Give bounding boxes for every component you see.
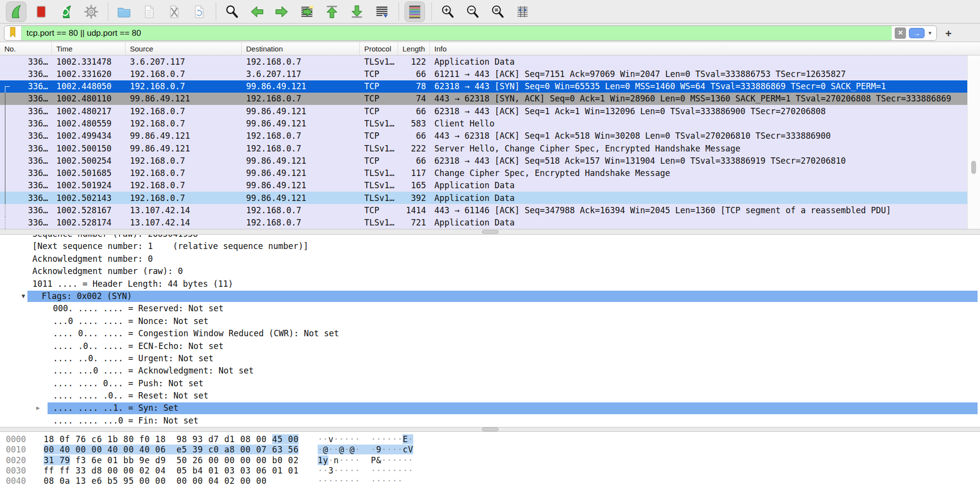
detail-line[interactable]: 1011 .... = Header Length: 44 bytes (11) <box>0 278 980 290</box>
column-header-destination[interactable]: Destination <box>242 42 360 55</box>
detail-line[interactable]: 000. .... .... = Reserved: Not set <box>0 302 980 315</box>
packet-cell-source: 192.168.0.7 <box>126 180 242 190</box>
filter-dropdown-caret-icon[interactable]: ▼ <box>928 30 932 36</box>
packet-row[interactable]: 336…1002.502143192.168.0.799.86.49.121TL… <box>0 192 967 204</box>
detail-line[interactable]: .... .... 0... = Push: Not set <box>0 377 980 390</box>
detail-selection-highlight <box>27 291 978 302</box>
packet-row[interactable]: 336…1002.480217192.168.0.799.86.49.121TC… <box>0 105 967 117</box>
packet-row[interactable]: 336…1002.331620192.168.0.73.6.207.117TCP… <box>0 68 967 80</box>
packet-row[interactable]: 336…1002.50015099.86.49.121192.168.0.7TL… <box>0 142 967 154</box>
zoom-in-icon <box>440 4 455 19</box>
packet-row[interactable]: 336…1002.49943499.86.49.121192.168.0.7TC… <box>0 130 967 142</box>
open-file-button[interactable] <box>114 1 134 22</box>
hex-row[interactable]: 000018 0f 76 c6 1b 80 f0 18 98 93 d7 d1 … <box>0 434 980 445</box>
find-packet-button[interactable] <box>222 1 242 22</box>
packet-cell-length: 583 <box>398 119 430 128</box>
packet-row[interactable]: 336…1002.501685192.168.0.799.86.49.121TL… <box>0 167 967 179</box>
filter-clear-button[interactable]: × <box>895 27 906 39</box>
go-forward-button[interactable] <box>272 1 292 22</box>
packet-cell-time: 1002.528167 <box>52 205 126 215</box>
packet-row[interactable]: 336…1002.501924192.168.0.799.86.49.121TL… <box>0 179 967 192</box>
filter-bookmark-button[interactable] <box>4 26 22 40</box>
packet-cell-source: 192.168.0.7 <box>126 69 242 79</box>
scrollbar-thumb[interactable] <box>971 161 976 174</box>
packet-cell-protocol: TCP <box>360 131 398 141</box>
detail-line[interactable]: .... ...0 .... = Acknowledgment: Not set <box>0 365 980 377</box>
hex-row[interactable]: 002031 79 f3 6e 01 bb 9e d9 50 26 00 00 … <box>0 455 980 466</box>
shark-fin-icon <box>9 4 24 19</box>
packet-row[interactable]: 336…1002.52817413.107.42.14192.168.0.7TL… <box>0 217 967 229</box>
packet-cell-time: 1002.528174 <box>52 218 126 227</box>
packet-cell-length: 222 <box>398 144 430 153</box>
packet-cell-length: 1414 <box>398 205 430 215</box>
packet-row[interactable]: 336…1002.52816713.107.42.14192.168.0.7TC… <box>0 204 967 216</box>
detail-line[interactable]: [Next sequence number: 1 (relative seque… <box>0 240 980 252</box>
filter-add-button[interactable]: + <box>945 27 952 40</box>
detail-line[interactable]: Sequence number (raw): 2665041958 <box>0 235 980 240</box>
packet-row[interactable]: 336…1002.48011099.86.49.121192.168.0.7TC… <box>0 93 967 105</box>
detail-line[interactable]: ▼Flags: 0x002 (SYN) <box>0 290 980 302</box>
reload-file-button[interactable] <box>189 1 209 22</box>
save-file-button[interactable] <box>139 1 159 22</box>
stop-icon <box>34 4 49 19</box>
detail-line[interactable]: Acknowledgment number: 0 <box>0 253 980 265</box>
resize-columns-button[interactable] <box>512 1 533 22</box>
packet-row[interactable]: 336…1002.448050192.168.0.799.86.49.121TC… <box>0 80 967 93</box>
hex-row[interactable]: 0030ff ff 33 d8 00 00 02 04 05 b4 01 03 … <box>0 466 980 476</box>
detail-line[interactable]: ▶.... .... ..1. = Syn: Set <box>0 402 980 414</box>
colorize-button[interactable] <box>404 1 425 22</box>
pane-splitter-top[interactable] <box>0 229 980 235</box>
column-header-source[interactable]: Source <box>126 42 242 55</box>
column-header-no[interactable]: No. <box>0 42 52 55</box>
detail-line[interactable]: Acknowledgment number (raw): 0 <box>0 265 980 277</box>
zoom-out-button[interactable] <box>462 1 483 22</box>
packet-cell-source: 192.168.0.7 <box>126 106 242 116</box>
zoom-reset-button[interactable] <box>487 1 508 22</box>
hex-bytes: 31 79 f3 6e 01 bb 9e d9 50 26 00 00 00 0… <box>44 455 299 466</box>
detail-line[interactable]: .... .0.. .... = ECN-Echo: Not set <box>0 340 980 352</box>
column-header-info[interactable]: Info <box>430 42 980 55</box>
hex-bytes: 00 40 00 00 40 00 40 06 e5 39 c0 a8 00 0… <box>44 445 299 455</box>
close-file-button[interactable] <box>164 1 184 22</box>
detail-line[interactable]: ...0 .... .... = Nonce: Not set <box>0 315 980 327</box>
packet-cell-time: 1002.331620 <box>52 69 126 79</box>
packet-list-scrollbar[interactable] <box>967 55 980 229</box>
packet-row[interactable]: 336…1002.3314783.6.207.117192.168.0.7TLS… <box>0 55 967 68</box>
packet-row[interactable]: 336…1002.480559192.168.0.799.86.49.121TL… <box>0 117 967 129</box>
column-header-protocol[interactable]: Protocol <box>360 42 398 55</box>
hex-bytes: 08 0a 13 e6 b5 95 00 00 00 00 04 02 00 0… <box>44 476 267 486</box>
detail-line[interactable]: .... .... .0.. = Reset: Not set <box>0 390 980 402</box>
pane-splitter-bottom[interactable] <box>0 427 980 432</box>
packet-cell-destination: 99.86.49.121 <box>242 106 360 116</box>
column-header-length[interactable]: Length <box>398 42 430 55</box>
hex-row[interactable]: 004008 0a 13 e6 b5 95 00 00 00 00 04 02 … <box>0 476 980 486</box>
stop-capture-button[interactable] <box>31 1 51 22</box>
display-filter-input[interactable]: tcp.port == 80 || udp.port == 80 <box>22 28 892 38</box>
display-filter-field[interactable]: tcp.port == 80 || udp.port == 80 × → ▼ <box>4 25 937 41</box>
packet-cell-no: 336… <box>0 156 52 166</box>
zoom-in-button[interactable] <box>437 1 458 22</box>
filter-apply-button[interactable]: → <box>909 28 925 38</box>
hex-row[interactable]: 001000 40 00 00 40 00 40 06 e5 39 c0 a8 … <box>0 445 980 455</box>
detail-line[interactable]: .... .... ...0 = Fin: Not set <box>0 415 980 427</box>
auto-scroll-button[interactable] <box>372 1 392 22</box>
go-first-button[interactable] <box>322 1 342 22</box>
column-header-time[interactable]: Time <box>52 42 126 55</box>
packet-bytes-pane[interactable]: 000018 0f 76 c6 1b 80 f0 18 98 93 d7 d1 … <box>0 432 980 499</box>
capture-options-button[interactable] <box>81 1 101 22</box>
detail-text: .... .... 0... = Push: Not set <box>53 377 203 390</box>
detail-line[interactable]: .... ..0. .... = Urgent: Not set <box>0 352 980 365</box>
arrow-left-icon <box>250 4 264 19</box>
go-back-button[interactable] <box>247 1 267 22</box>
go-to-packet-button[interactable] <box>297 1 317 22</box>
go-last-button[interactable] <box>347 1 367 22</box>
packet-row[interactable]: 336…1002.500254192.168.0.799.86.49.121TC… <box>0 154 967 167</box>
packet-cell-no: 336… <box>0 106 52 116</box>
toolbar-separator <box>431 3 432 21</box>
detail-line[interactable]: .... 0... .... = Congestion Window Reduc… <box>0 327 980 340</box>
packet-cell-length: 117 <box>398 168 430 178</box>
start-capture-button[interactable] <box>6 1 26 22</box>
expander-open-icon[interactable]: ▼ <box>22 290 25 302</box>
expander-closed-icon[interactable]: ▶ <box>36 402 40 414</box>
restart-capture-button[interactable] <box>56 1 76 22</box>
